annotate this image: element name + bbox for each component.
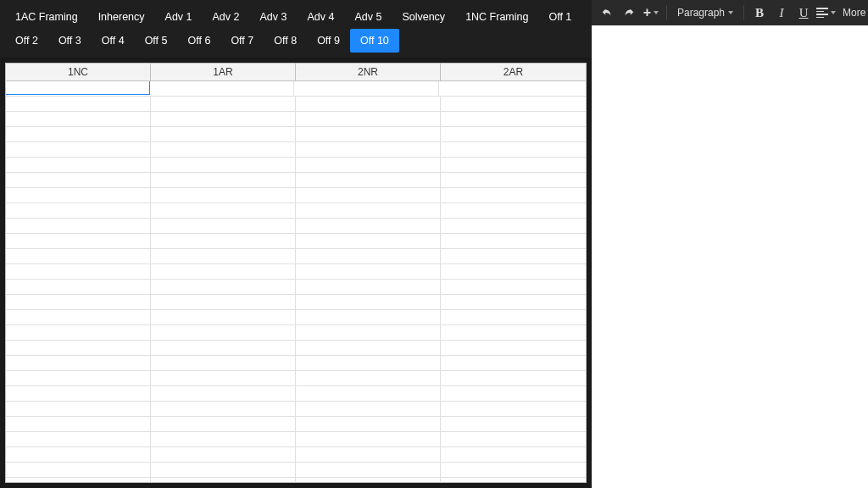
redo-button[interactable]: [619, 3, 639, 23]
grid-cell[interactable]: [151, 203, 296, 218]
grid-cell[interactable]: [296, 203, 441, 218]
grid-cell[interactable]: [441, 97, 586, 111]
grid-cell[interactable]: [296, 295, 441, 309]
grid-cell[interactable]: [151, 463, 296, 477]
grid-cell[interactable]: [6, 295, 151, 309]
grid-cell[interactable]: [441, 402, 586, 416]
grid-cell[interactable]: [296, 310, 441, 324]
grid-cell[interactable]: [151, 310, 296, 324]
grid-body[interactable]: [6, 81, 586, 482]
grid-cell[interactable]: [6, 402, 151, 416]
grid-cell[interactable]: [6, 219, 151, 233]
grid-cell[interactable]: [441, 249, 586, 263]
grid-cell[interactable]: [296, 249, 441, 263]
grid-cell[interactable]: [151, 112, 296, 126]
grid-cell[interactable]: [151, 97, 296, 111]
grid-cell[interactable]: [151, 173, 296, 187]
tab-off-2[interactable]: Off 2: [5, 29, 48, 53]
tab-off-5[interactable]: Off 5: [135, 29, 178, 53]
tab-1ac-framing[interactable]: 1AC Framing: [5, 5, 88, 29]
grid-cell[interactable]: [6, 142, 151, 157]
grid-cell[interactable]: [441, 158, 586, 172]
tab-off-3[interactable]: Off 3: [48, 29, 92, 53]
grid-cell[interactable]: [441, 280, 586, 294]
grid-cell[interactable]: [6, 280, 151, 294]
grid-cell[interactable]: [151, 280, 296, 294]
grid-cell[interactable]: [441, 447, 586, 462]
grid-cell[interactable]: [6, 447, 151, 462]
grid-cell[interactable]: [6, 341, 151, 355]
grid-cell[interactable]: [294, 81, 439, 96]
insert-button[interactable]: +: [641, 3, 661, 23]
grid-cell[interactable]: [6, 127, 151, 141]
grid-cell[interactable]: [6, 112, 151, 126]
grid-cell[interactable]: [296, 386, 441, 401]
grid-cell[interactable]: [151, 417, 296, 431]
grid-cell[interactable]: [6, 264, 151, 279]
align-button[interactable]: [815, 3, 836, 23]
grid-cell[interactable]: [296, 97, 441, 111]
grid-cell[interactable]: [296, 463, 441, 477]
grid-cell[interactable]: [296, 112, 441, 126]
grid-cell[interactable]: [296, 280, 441, 294]
grid-cell[interactable]: [6, 97, 151, 111]
grid-cell[interactable]: [151, 158, 296, 172]
column-header-2ar[interactable]: 2AR: [441, 64, 586, 80]
grid-cell[interactable]: [149, 81, 294, 96]
grid-cell[interactable]: [151, 447, 296, 462]
grid-cell[interactable]: [296, 417, 441, 431]
grid-cell[interactable]: [441, 341, 586, 355]
grid-cell[interactable]: [296, 371, 441, 385]
grid-cell[interactable]: [6, 249, 151, 263]
tab-solvency[interactable]: Solvency: [392, 5, 455, 29]
grid-cell[interactable]: [441, 371, 586, 385]
grid-cell[interactable]: [441, 203, 586, 218]
grid-cell[interactable]: [296, 264, 441, 279]
grid-cell[interactable]: [441, 463, 586, 477]
grid-cell[interactable]: [6, 325, 151, 340]
grid-cell[interactable]: [441, 310, 586, 324]
tab-adv-5[interactable]: Adv 5: [344, 5, 392, 29]
column-header-1ar[interactable]: 1AR: [151, 64, 296, 80]
column-header-2nr[interactable]: 2NR: [296, 64, 441, 80]
grid-cell[interactable]: [151, 478, 296, 482]
grid-cell[interactable]: [441, 219, 586, 233]
grid-cell[interactable]: [441, 478, 586, 482]
tab-adv-3[interactable]: Adv 3: [249, 5, 297, 29]
bold-button[interactable]: B: [749, 3, 770, 23]
more-button[interactable]: More: [837, 7, 868, 19]
grid-cell[interactable]: [439, 81, 584, 96]
grid-cell[interactable]: [6, 463, 151, 477]
grid-cell[interactable]: [6, 478, 151, 482]
grid-cell[interactable]: [151, 142, 296, 157]
grid-cell[interactable]: [151, 295, 296, 309]
grid-cell[interactable]: [6, 203, 151, 218]
grid-cell[interactable]: [151, 432, 296, 446]
grid-cell[interactable]: [441, 356, 586, 370]
tab-adv-2[interactable]: Adv 2: [203, 5, 250, 29]
grid-cell[interactable]: [296, 341, 441, 355]
tab-adv-4[interactable]: Adv 4: [297, 5, 344, 29]
undo-button[interactable]: [597, 3, 617, 23]
grid-cell[interactable]: [151, 234, 296, 248]
grid-cell[interactable]: [6, 173, 151, 187]
grid-cell[interactable]: [296, 188, 441, 202]
grid-cell[interactable]: [296, 173, 441, 187]
grid-cell[interactable]: [6, 158, 151, 172]
tab-off-10[interactable]: Off 10: [350, 29, 399, 53]
grid-cell[interactable]: [296, 127, 441, 141]
grid-cell[interactable]: [6, 81, 150, 95]
grid-cell[interactable]: [441, 127, 586, 141]
grid-cell[interactable]: [441, 188, 586, 202]
grid-cell[interactable]: [151, 371, 296, 385]
tab-1nc-framing[interactable]: 1NC Framing: [455, 5, 538, 29]
grid-cell[interactable]: [151, 402, 296, 416]
grid-cell[interactable]: [296, 234, 441, 248]
grid-cell[interactable]: [6, 432, 151, 446]
grid-cell[interactable]: [151, 356, 296, 370]
grid-cell[interactable]: [441, 112, 586, 126]
grid-cell[interactable]: [441, 432, 586, 446]
grid-cell[interactable]: [441, 234, 586, 248]
grid-cell[interactable]: [296, 158, 441, 172]
grid-cell[interactable]: [296, 447, 441, 462]
